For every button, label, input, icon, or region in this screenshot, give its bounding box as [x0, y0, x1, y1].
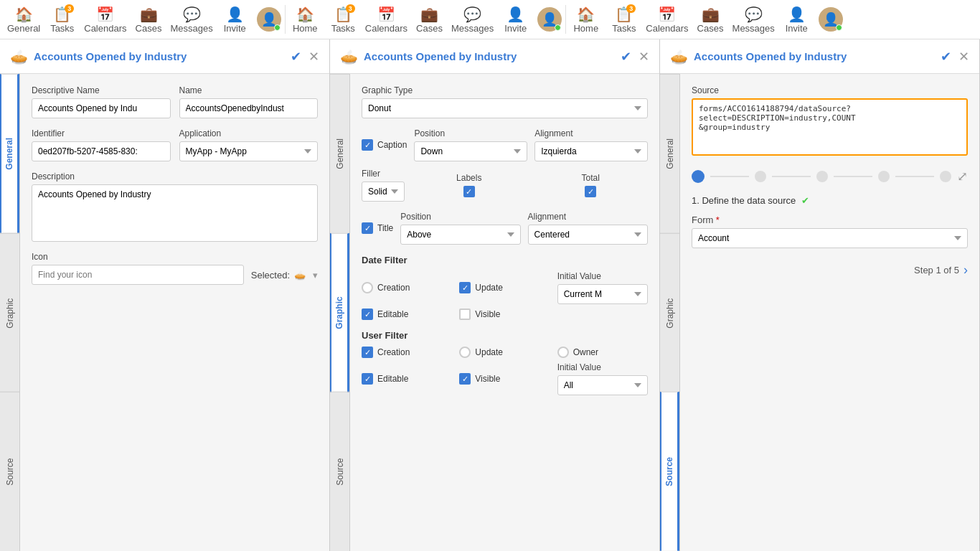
description-textarea[interactable]: Accounts Opened by Industry: [32, 184, 318, 242]
avatar-2[interactable]: 👤: [537, 7, 562, 32]
nav-cases-3[interactable]: 💼 Cases: [694, 6, 727, 34]
labels-checkbox[interactable]: ✓: [463, 186, 475, 197]
form-required-star: *: [716, 215, 720, 225]
icon-dropdown-arrow[interactable]: ▾: [313, 270, 318, 281]
tab-source-1[interactable]: Source: [0, 392, 19, 551]
date-editable-row: ✓ Editable: [362, 309, 452, 320]
position-select[interactable]: DownUpLeftRight: [414, 141, 527, 161]
panel-3-confirm-button[interactable]: ✔: [941, 49, 951, 65]
nav-tasks-3[interactable]: 📋 3 Tasks: [608, 6, 640, 34]
step-dot-4[interactable]: [878, 171, 890, 182]
caption-checkbox[interactable]: ✓: [362, 139, 373, 151]
nav-calendars-label-1: Calendars: [84, 23, 126, 34]
nav-calendars-3[interactable]: 📅 Calendars: [646, 6, 688, 34]
nav-invite-3[interactable]: 👤 Invite: [781, 6, 813, 34]
user-filter-row2: ✓ Editable ✓ Visible Initial Value AllCu…: [362, 362, 648, 395]
alignment-select[interactable]: IzquierdaCentroDerecha: [534, 141, 648, 161]
owner-label: Owner: [573, 347, 598, 357]
nav-home-2[interactable]: 🏠 Home: [289, 6, 321, 34]
graphic-type-label: Graphic Type: [362, 85, 648, 95]
name-input[interactable]: [179, 98, 319, 118]
icon-row: Selected: 🥧 ▾: [32, 265, 318, 285]
name-label: Name: [179, 85, 319, 95]
title-position-select[interactable]: AboveBelowLeftRight: [400, 225, 520, 245]
date-editable-checkbox[interactable]: ✓: [362, 309, 373, 320]
nav-invite-2[interactable]: 👤 Invite: [499, 6, 532, 34]
panel-1-confirm-button[interactable]: ✔: [291, 49, 301, 65]
user-creation-checkbox[interactable]: ✓: [362, 347, 373, 358]
identifier-input[interactable]: [32, 141, 171, 161]
date-creation-label: Creation: [377, 283, 410, 293]
step-dot-2[interactable]: [755, 171, 766, 182]
user-visible-checkbox[interactable]: ✓: [459, 373, 471, 385]
nav-messages-1[interactable]: 💬 Messages: [171, 6, 213, 34]
total-group: Total ✓: [534, 173, 649, 197]
owner-radio[interactable]: [557, 347, 569, 358]
tab-general-3[interactable]: General: [660, 74, 679, 233]
step-expand-button[interactable]: ⤢: [957, 169, 968, 184]
nav-home-3[interactable]: 🏠 Home: [570, 6, 602, 34]
panel-2-confirm-button[interactable]: ✔: [621, 49, 631, 65]
form-group-graphic-type: Graphic Type Donut Bar Line Pie: [362, 85, 648, 118]
descriptive-name-input[interactable]: [32, 98, 171, 118]
application-select[interactable]: MyApp - MyApp: [179, 141, 319, 161]
tab-source-2[interactable]: Source: [330, 392, 349, 551]
nav-tasks-1[interactable]: 📋 3 Tasks: [46, 6, 78, 34]
source-textarea[interactable]: forms/ACCO1614188794/dataSource? select=…: [692, 98, 968, 156]
form-select[interactable]: Account Contact Lead: [692, 228, 968, 248]
step-dot-3[interactable]: [816, 171, 828, 182]
initial-value-select[interactable]: Current MCurrent YearLast Month: [557, 284, 648, 304]
user-editable-row: ✓ Editable: [362, 373, 452, 385]
user-update-row: Update: [459, 347, 550, 358]
nav-tasks-2[interactable]: 📋 3 Tasks: [327, 6, 359, 34]
title-position-label: Position: [400, 212, 520, 222]
panel-2-title: Accounts Opened by Industry: [364, 50, 517, 62]
step-dot-5[interactable]: [940, 171, 951, 182]
nav-messages-2[interactable]: 💬 Messages: [451, 6, 494, 34]
step-line-2: [772, 176, 811, 177]
panel-3-sidebar-tabs: General Graphic Source: [660, 74, 680, 551]
panel-2-close-button[interactable]: ✕: [639, 49, 649, 65]
panel-1-close-button[interactable]: ✕: [308, 49, 319, 65]
date-creation-radio[interactable]: [362, 282, 373, 293]
nav-invite-label-2: Invite: [504, 23, 527, 34]
tab-general-2[interactable]: General: [330, 74, 349, 233]
step-next-button[interactable]: ›: [963, 263, 968, 278]
calendars-icon-2: 📅: [377, 6, 395, 23]
user-update-radio[interactable]: [459, 347, 471, 358]
filler-select[interactable]: SolidDashed: [362, 182, 405, 202]
title-alignment-select[interactable]: CenteredLeftRight: [528, 225, 648, 245]
title-checkbox[interactable]: ✓: [362, 222, 373, 234]
nav-cases-1[interactable]: 💼 Cases: [133, 6, 165, 34]
nav-invite-1[interactable]: 👤 Invite: [219, 6, 251, 34]
online-indicator-1: [274, 24, 281, 31]
icon-search-input[interactable]: [32, 265, 244, 285]
nav-messages-3[interactable]: 💬 Messages: [732, 6, 775, 34]
date-update-checkbox[interactable]: ✓: [459, 282, 471, 293]
position-group: Position DownUpLeftRight: [414, 128, 527, 161]
total-checkbox[interactable]: ✓: [585, 186, 596, 197]
tab-graphic-2[interactable]: Graphic: [330, 233, 349, 392]
messages-icon-1: 💬: [183, 6, 201, 23]
avatar-3[interactable]: 👤: [819, 7, 843, 32]
graphic-type-select[interactable]: Donut Bar Line Pie: [362, 98, 648, 118]
title-label: Title: [377, 223, 393, 233]
form-group-application: Application MyApp - MyApp: [179, 128, 319, 161]
nav-cases-label-2: Cases: [416, 23, 443, 34]
avatar-1[interactable]: 👤: [257, 7, 281, 32]
nav-home-1[interactable]: 🏠 General: [7, 6, 40, 34]
user-initial-value-select[interactable]: AllCurrent User: [557, 375, 648, 395]
nav-calendars-2[interactable]: 📅 Calendars: [365, 6, 407, 34]
tab-graphic-1[interactable]: Graphic: [0, 233, 19, 392]
step-line-3: [834, 176, 872, 177]
date-visible-checkbox[interactable]: [459, 309, 471, 320]
step-dot-1[interactable]: [692, 170, 705, 183]
tab-general-1[interactable]: General: [0, 74, 19, 233]
user-editable-checkbox[interactable]: ✓: [362, 373, 373, 385]
panel-3-close-button[interactable]: ✕: [958, 49, 969, 65]
step-of-label: Step 1 of 5: [914, 265, 959, 276]
tab-graphic-3[interactable]: Graphic: [660, 233, 679, 392]
nav-calendars-1[interactable]: 📅 Calendars: [84, 6, 126, 34]
nav-cases-2[interactable]: 💼 Cases: [413, 6, 446, 34]
tab-source-3[interactable]: Source: [660, 392, 679, 551]
